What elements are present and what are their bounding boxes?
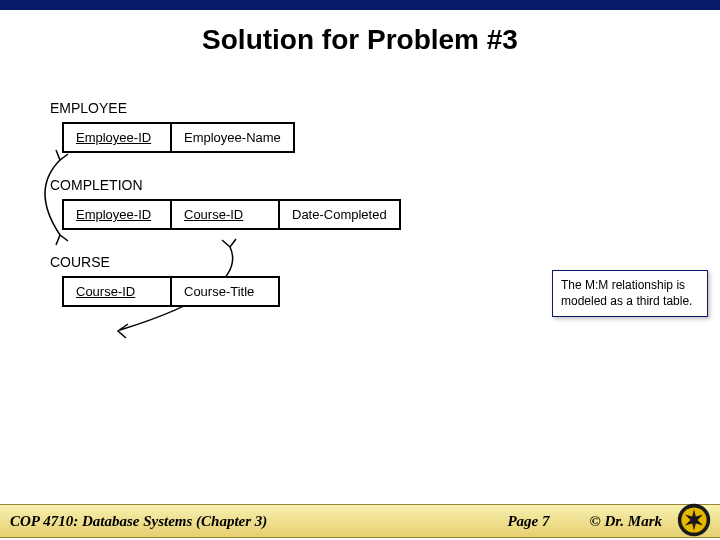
slide-title: Solution for Problem #3: [0, 0, 720, 74]
course-col-title: Course-Title: [170, 276, 280, 307]
course-table-label: COURSE: [50, 254, 670, 270]
employee-table-row: Employee-ID Employee-Name: [62, 122, 670, 153]
employee-col-name: Employee-Name: [170, 122, 295, 153]
employee-col-id: Employee-ID: [62, 122, 172, 153]
completion-table-label: COMPLETION: [50, 177, 670, 193]
completion-table-row: Employee-ID Course-ID Date-Completed: [62, 199, 670, 230]
completion-col-date: Date-Completed: [278, 199, 401, 230]
footer-bar: COP 4710: Database Systems (Chapter 3) P…: [0, 504, 720, 538]
footer-page: Page 7: [487, 513, 589, 530]
callout-note: The M:M relationship is modeled as a thi…: [552, 270, 708, 317]
completion-col-courseid: Course-ID: [170, 199, 280, 230]
top-accent-bar: [0, 0, 720, 10]
completion-col-empid: Employee-ID: [62, 199, 172, 230]
footer-course: COP 4710: Database Systems (Chapter 3): [10, 513, 487, 530]
course-col-id: Course-ID: [62, 276, 172, 307]
ucf-logo-icon: [676, 502, 712, 538]
employee-table-label: EMPLOYEE: [50, 100, 670, 116]
